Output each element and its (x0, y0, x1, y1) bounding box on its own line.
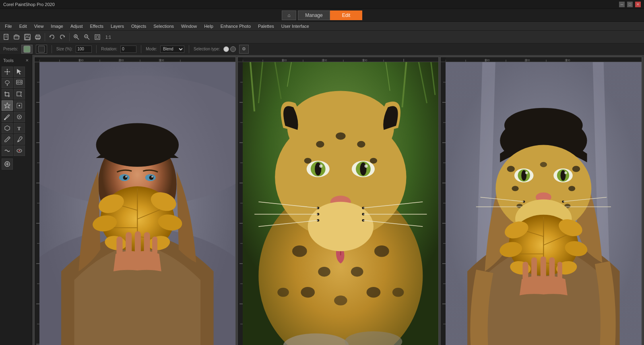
color-dropper-tool[interactable] (14, 78, 25, 88)
ruler-vertical-center (238, 62, 243, 345)
canvas-left-image[interactable] (39, 62, 235, 345)
redo-button[interactable] (58, 32, 67, 42)
magic-wand-tool[interactable] (2, 100, 13, 111)
eyedropper-tool[interactable] (14, 134, 25, 145)
composite-image-svg (446, 62, 642, 345)
menu-edit[interactable]: Edit (16, 23, 30, 29)
menu-image[interactable]: Image (47, 23, 66, 29)
size-input[interactable] (76, 46, 92, 53)
canvas-center-image[interactable] (243, 62, 439, 345)
ruler-ticks-center-svg: 100 200 300 (243, 57, 439, 62)
lasso-tool[interactable] (2, 78, 13, 88)
red-eye-icon (16, 148, 23, 154)
menu-file[interactable]: File (2, 23, 15, 29)
tools-header: Tools × (2, 56, 30, 64)
menu-help[interactable]: Help (201, 23, 217, 29)
menu-layers[interactable]: Layers (107, 23, 127, 29)
minimize-button[interactable]: ─ (619, 2, 625, 7)
crop-icon (4, 91, 10, 98)
open-button[interactable] (12, 32, 22, 42)
menu-palettes[interactable]: Palettes (255, 23, 277, 29)
new-button[interactable] (2, 32, 11, 42)
menu-objects[interactable]: Objects (128, 23, 149, 29)
svg-point-174 (366, 287, 380, 298)
canvas-right-image[interactable] (446, 62, 642, 345)
svg-point-148 (364, 164, 367, 168)
menu-window[interactable]: Window (178, 23, 200, 29)
svg-point-83 (149, 175, 154, 180)
pan-tool[interactable] (2, 67, 13, 77)
preset-black-swatch[interactable] (36, 45, 47, 54)
svg-point-172 (351, 267, 363, 276)
home-icon: ⌂ (287, 12, 290, 18)
rotation-input[interactable] (120, 46, 136, 53)
svg-point-22 (6, 71, 8, 73)
tools-panel: Tools × (0, 55, 32, 345)
pen-tool[interactable] (2, 134, 13, 145)
text-tool[interactable]: T (14, 123, 25, 133)
undo-button[interactable] (47, 32, 57, 42)
canvas-right[interactable]: 100 200 300 (440, 56, 642, 345)
svg-text:100: 100 (281, 58, 287, 62)
svg-point-177 (334, 295, 347, 305)
ruler-vertical-left (35, 62, 39, 345)
manage-button[interactable]: Manage (298, 10, 330, 20)
menu-selections[interactable]: Selections (150, 23, 177, 29)
menu-enhance-photo[interactable]: Enhance Photo (217, 23, 254, 29)
red-eye-tool[interactable] (14, 145, 25, 156)
home-button[interactable]: ⌂ (282, 10, 296, 20)
clone-tool[interactable] (2, 123, 13, 133)
title-bar: Corel PaintShop Pro 2020 ─ □ ✕ (0, 0, 644, 9)
menu-user-interface[interactable]: User Interface (278, 23, 312, 29)
edit-button[interactable]: Edit (330, 10, 362, 20)
ruler-horizontal-left: 100 200 300 (35, 57, 235, 62)
zoom-in-button[interactable] (72, 32, 81, 42)
mode-select[interactable]: Blend Normal Multiply Screen (160, 46, 184, 53)
svg-point-219 (507, 166, 515, 172)
zoom-out-button[interactable] (82, 32, 92, 42)
actual-size-button[interactable]: 1:1 (103, 32, 113, 42)
fit-button[interactable] (93, 32, 102, 42)
svg-rect-47 (39, 57, 235, 62)
selection-settings-button[interactable]: ⚙ (239, 45, 249, 54)
add-icon (4, 161, 10, 167)
print-button[interactable] (33, 32, 43, 42)
save-button[interactable] (23, 32, 32, 42)
canvas-left-content (35, 62, 235, 345)
svg-point-145 (315, 162, 321, 176)
tools-close-button[interactable]: × (25, 57, 29, 63)
menu-effects[interactable]: Effects (87, 23, 107, 29)
svg-point-173 (301, 287, 315, 298)
main-area: Tools × (0, 55, 644, 345)
close-button[interactable]: ✕ (635, 2, 641, 7)
menu-view[interactable]: View (31, 23, 47, 29)
svg-point-217 (525, 172, 528, 174)
svg-rect-17 (95, 35, 100, 39)
straighten-tool[interactable] (14, 89, 25, 100)
smart-select-icon (16, 102, 23, 109)
tool-row-5 (2, 112, 30, 122)
toolbar: 1:1 (0, 31, 644, 44)
warp-tool[interactable] (2, 145, 13, 156)
redo-icon (59, 34, 66, 40)
svg-rect-20 (24, 46, 30, 52)
smear-tool[interactable] (14, 112, 25, 122)
ruler-corner (35, 57, 39, 62)
svg-point-36 (19, 116, 20, 118)
lasso-icon (4, 80, 10, 86)
canvas-center[interactable]: 100 200 300 (237, 56, 440, 345)
maximize-button[interactable]: □ (627, 2, 633, 7)
smart-select-tool[interactable] (14, 100, 25, 111)
canvas-left[interactable]: 100 200 300 (34, 56, 236, 345)
add-tool-button[interactable] (2, 158, 13, 170)
svg-text:100: 100 (78, 58, 84, 62)
magic-wand-icon (4, 102, 10, 109)
select-tool[interactable] (14, 67, 25, 77)
brush-tool[interactable] (2, 112, 13, 122)
presets-dropdown[interactable] (21, 45, 33, 54)
mode-label: Mode: (146, 47, 157, 51)
menu-adjust[interactable]: Adjust (67, 23, 86, 29)
svg-rect-251 (549, 258, 555, 279)
blend-circle-light (223, 46, 229, 52)
crop-tool[interactable] (2, 89, 13, 100)
